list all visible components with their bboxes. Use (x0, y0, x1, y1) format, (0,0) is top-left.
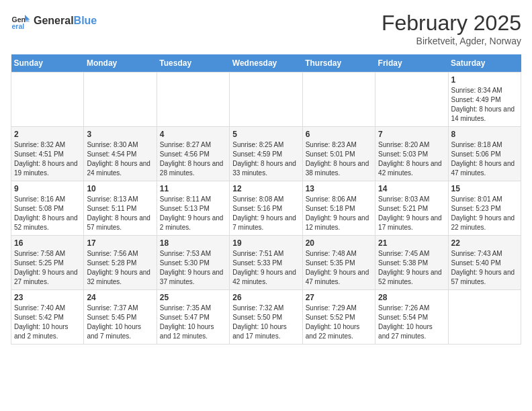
day-info: Sunrise: 8:11 AM Sunset: 5:13 PM Dayligh… (160, 195, 226, 232)
day-header-tuesday: Tuesday (157, 54, 229, 73)
day-number: 3 (87, 130, 153, 139)
week-row-3: 9Sunrise: 8:16 AM Sunset: 5:08 PM Daylig… (11, 181, 521, 236)
day-header-thursday: Thursday (302, 54, 375, 73)
calendar-cell: 22Sunrise: 7:43 AM Sunset: 5:40 PM Dayli… (448, 236, 521, 290)
day-number: 8 (451, 130, 518, 139)
day-number: 12 (232, 184, 299, 193)
day-number: 2 (14, 130, 81, 139)
calendar-cell (302, 73, 375, 127)
calendar-cell: 13Sunrise: 8:06 AM Sunset: 5:18 PM Dayli… (302, 181, 375, 236)
day-info: Sunrise: 7:43 AM Sunset: 5:40 PM Dayligh… (451, 249, 518, 287)
calendar-cell: 11Sunrise: 8:11 AM Sunset: 5:13 PM Dayli… (157, 181, 229, 236)
day-info: Sunrise: 7:53 AM Sunset: 5:30 PM Dayligh… (160, 249, 226, 287)
day-number: 14 (378, 184, 445, 193)
calendar-cell: 6Sunrise: 8:23 AM Sunset: 5:01 PM Daylig… (302, 127, 375, 181)
day-number: 15 (451, 184, 518, 193)
day-number: 21 (378, 238, 445, 248)
week-row-2: 2Sunrise: 8:32 AM Sunset: 4:51 PM Daylig… (11, 127, 521, 181)
calendar-cell: 7Sunrise: 8:20 AM Sunset: 5:03 PM Daylig… (375, 127, 448, 181)
calendar-table: SundayMondayTuesdayWednesdayThursdayFrid… (11, 54, 521, 345)
calendar-cell (157, 73, 229, 127)
day-info: Sunrise: 8:13 AM Sunset: 5:11 PM Dayligh… (87, 195, 153, 232)
calendar-cell: 12Sunrise: 8:08 AM Sunset: 5:16 PM Dayli… (230, 181, 302, 236)
day-number: 11 (160, 184, 226, 193)
day-info: Sunrise: 7:51 AM Sunset: 5:33 PM Dayligh… (232, 249, 299, 287)
day-number: 17 (87, 238, 153, 248)
day-info: Sunrise: 7:26 AM Sunset: 5:54 PM Dayligh… (378, 304, 445, 341)
calendar-cell: 4Sunrise: 8:27 AM Sunset: 4:56 PM Daylig… (157, 127, 229, 181)
day-number: 5 (232, 130, 299, 139)
calendar-cell (84, 73, 157, 127)
day-number: 26 (232, 293, 299, 302)
calendar-cell: 2Sunrise: 8:32 AM Sunset: 4:51 PM Daylig… (11, 127, 84, 181)
day-number: 18 (160, 238, 226, 248)
calendar-cell: 10Sunrise: 8:13 AM Sunset: 5:11 PM Dayli… (84, 181, 157, 236)
calendar-cell: 27Sunrise: 7:29 AM Sunset: 5:52 PM Dayli… (302, 290, 375, 345)
header-row: SundayMondayTuesdayWednesdayThursdayFrid… (11, 54, 521, 73)
week-row-5: 23Sunrise: 7:40 AM Sunset: 5:42 PM Dayli… (11, 290, 521, 345)
day-info: Sunrise: 8:34 AM Sunset: 4:49 PM Dayligh… (451, 86, 518, 124)
day-number: 7 (378, 130, 445, 139)
calendar-subtitle: Birketveit, Agder, Norway (382, 36, 521, 46)
day-number: 22 (451, 238, 518, 248)
logo: Gen eral GeneralBlue (11, 11, 97, 31)
day-info: Sunrise: 8:03 AM Sunset: 5:21 PM Dayligh… (378, 195, 445, 232)
calendar-cell: 15Sunrise: 8:01 AM Sunset: 5:23 PM Dayli… (448, 181, 521, 236)
calendar-title: February 2025 (382, 11, 521, 36)
calendar-cell: 9Sunrise: 8:16 AM Sunset: 5:08 PM Daylig… (11, 181, 84, 236)
day-number: 6 (306, 130, 372, 139)
day-number: 20 (306, 238, 372, 248)
day-header-monday: Monday (84, 54, 157, 73)
calendar-cell: 1Sunrise: 8:34 AM Sunset: 4:49 PM Daylig… (448, 73, 521, 127)
day-number: 24 (87, 293, 153, 302)
calendar-cell: 26Sunrise: 7:32 AM Sunset: 5:50 PM Dayli… (230, 290, 302, 345)
calendar-cell: 24Sunrise: 7:37 AM Sunset: 5:45 PM Dayli… (84, 290, 157, 345)
day-number: 16 (14, 238, 81, 248)
day-info: Sunrise: 8:27 AM Sunset: 4:56 PM Dayligh… (160, 140, 226, 178)
svg-text:eral: eral (12, 22, 25, 30)
week-row-4: 16Sunrise: 7:58 AM Sunset: 5:25 PM Dayli… (11, 236, 521, 290)
calendar-cell (11, 73, 84, 127)
day-header-wednesday: Wednesday (230, 54, 302, 73)
calendar-cell: 25Sunrise: 7:35 AM Sunset: 5:47 PM Dayli… (157, 290, 229, 345)
day-info: Sunrise: 7:37 AM Sunset: 5:45 PM Dayligh… (87, 304, 153, 341)
day-header-sunday: Sunday (11, 54, 84, 73)
day-info: Sunrise: 7:35 AM Sunset: 5:47 PM Dayligh… (160, 304, 226, 341)
calendar-cell: 21Sunrise: 7:45 AM Sunset: 5:38 PM Dayli… (375, 236, 448, 290)
day-info: Sunrise: 7:45 AM Sunset: 5:38 PM Dayligh… (378, 249, 445, 287)
day-number: 23 (14, 293, 81, 302)
day-number: 25 (160, 293, 226, 302)
day-number: 1 (451, 75, 518, 85)
day-header-friday: Friday (375, 54, 448, 73)
day-number: 19 (232, 238, 299, 248)
calendar-cell (375, 73, 448, 127)
logo-general: General (34, 15, 74, 27)
day-number: 28 (378, 293, 445, 302)
calendar-cell: 19Sunrise: 7:51 AM Sunset: 5:33 PM Dayli… (230, 236, 302, 290)
day-info: Sunrise: 7:56 AM Sunset: 5:28 PM Dayligh… (87, 249, 153, 287)
day-number: 13 (306, 184, 372, 193)
day-info: Sunrise: 8:08 AM Sunset: 5:16 PM Dayligh… (232, 195, 299, 232)
calendar-cell: 16Sunrise: 7:58 AM Sunset: 5:25 PM Dayli… (11, 236, 84, 290)
day-info: Sunrise: 8:32 AM Sunset: 4:51 PM Dayligh… (14, 140, 81, 178)
day-number: 4 (160, 130, 226, 139)
title-area: February 2025 Birketveit, Agder, Norway (382, 11, 521, 46)
calendar-cell: 18Sunrise: 7:53 AM Sunset: 5:30 PM Dayli… (157, 236, 229, 290)
calendar-cell: 3Sunrise: 8:30 AM Sunset: 4:54 PM Daylig… (84, 127, 157, 181)
day-info: Sunrise: 7:58 AM Sunset: 5:25 PM Dayligh… (14, 249, 81, 287)
logo-icon: Gen eral (11, 11, 31, 31)
day-info: Sunrise: 8:01 AM Sunset: 5:23 PM Dayligh… (451, 195, 518, 232)
header: Gen eral GeneralBlue February 2025 Birke… (11, 11, 521, 46)
day-info: Sunrise: 8:20 AM Sunset: 5:03 PM Dayligh… (378, 140, 445, 178)
day-number: 27 (306, 293, 372, 302)
day-info: Sunrise: 7:48 AM Sunset: 5:35 PM Dayligh… (306, 249, 372, 287)
calendar-cell: 28Sunrise: 7:26 AM Sunset: 5:54 PM Dayli… (375, 290, 448, 345)
calendar-cell: 5Sunrise: 8:25 AM Sunset: 4:59 PM Daylig… (230, 127, 302, 181)
day-info: Sunrise: 8:16 AM Sunset: 5:08 PM Dayligh… (14, 195, 81, 232)
calendar-cell: 20Sunrise: 7:48 AM Sunset: 5:35 PM Dayli… (302, 236, 375, 290)
calendar-cell: 14Sunrise: 8:03 AM Sunset: 5:21 PM Dayli… (375, 181, 448, 236)
calendar-cell: 17Sunrise: 7:56 AM Sunset: 5:28 PM Dayli… (84, 236, 157, 290)
day-number: 9 (14, 184, 81, 193)
day-info: Sunrise: 8:18 AM Sunset: 5:06 PM Dayligh… (451, 140, 518, 178)
day-info: Sunrise: 7:32 AM Sunset: 5:50 PM Dayligh… (232, 304, 299, 341)
